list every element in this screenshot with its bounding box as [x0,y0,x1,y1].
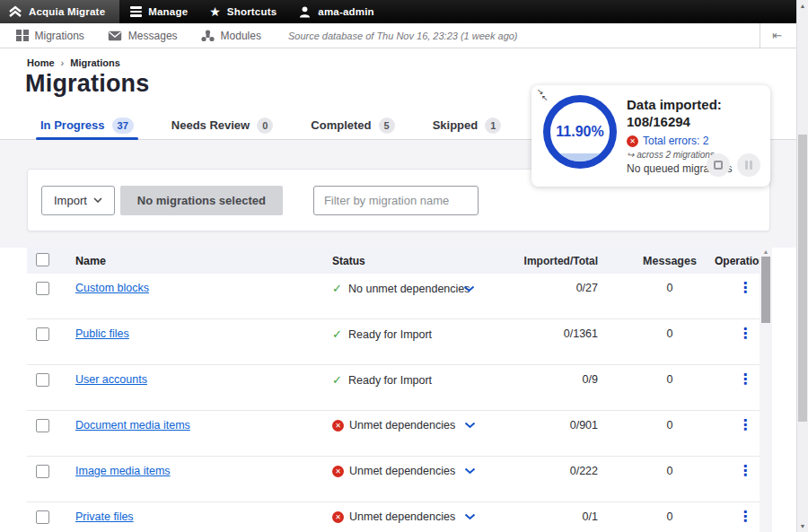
page-scrollbar-thumb[interactable] [798,135,807,422]
nav-messages-label: Messages [128,30,178,42]
tab-in-progress[interactable]: In Progress 37 [40,111,134,139]
arrow-nw-icon: ↖ [541,94,549,102]
user-menu[interactable]: ama-admin [287,0,385,23]
migration-link[interactable]: User accounts [75,373,147,386]
pause-import-button[interactable] [737,153,760,177]
tab-count-badge: 37 [112,118,134,134]
row-checkbox[interactable] [36,510,49,524]
select-all-checkbox[interactable] [36,253,49,266]
kebab-menu-icon[interactable]: ⋮ [738,465,752,477]
table-row: User accounts ✓ Ready for Import 0/9 0 ⋮ [27,365,761,411]
row-checkbox[interactable] [36,419,49,432]
column-header-operations: Operations [715,255,761,267]
manage-label: Manage [148,6,188,17]
tab-skipped[interactable]: Skipped 1 [433,111,502,139]
across-label: across 2 migrations [637,150,715,160]
toolbar-orientation-toggle[interactable]: ⇤ [760,23,796,48]
kebab-menu-icon[interactable]: ⋮ [738,419,752,432]
scroll-up-icon[interactable]: ▲ [760,249,772,255]
pause-icon [745,161,753,170]
hamburger-icon [130,6,142,17]
tab-completed[interactable]: Completed 5 [311,111,394,139]
imported-total: 0/901 [485,419,598,432]
table-scrollbar[interactable]: ▲ [760,248,772,532]
migration-link[interactable]: Image media items [75,465,171,477]
chevron-down-icon[interactable] [464,422,476,429]
tab-count-badge: 5 [379,118,395,134]
collapse-card-icon[interactable]: ↘ ↖ [536,87,552,103]
imported-total: 0/1 [485,510,598,523]
nav-modules-label: Modules [221,30,261,42]
page-scrollbar[interactable]: ▲ ▼ [796,0,808,532]
messages-count: 0 [598,510,715,523]
messages-count: 0 [598,419,715,432]
scroll-up-icon[interactable]: ▲ [797,3,808,9]
migration-link[interactable]: Public files [75,327,129,340]
manage-menu[interactable]: Manage [119,0,198,23]
import-dropdown-button[interactable]: Import [41,186,115,215]
migrations-table: Name Status Imported/Total Messages Oper… [27,248,761,532]
selection-label: No migrations selected [137,194,266,207]
total-errors-link[interactable]: ✕ Total errors: 2 [627,135,761,147]
admin-topbar: Acquia Migrate Manage ★ Shortcuts ama-ad… [0,0,796,23]
page-title: Migrations [25,70,150,98]
row-checkbox[interactable] [36,373,49,387]
row-checkbox[interactable] [36,465,49,478]
status-text: Unmet dependencies [349,419,459,432]
imported-total: 0/27 [485,282,598,294]
table-scrollbar-thumb[interactable] [761,257,770,323]
tab-label: Completed [311,118,371,132]
breadcrumb-separator: › [61,57,65,68]
total-errors-label: Total errors: 2 [643,135,708,147]
nav-migrations[interactable]: Migrations [16,30,84,42]
status-text: No unmet dependencies [348,283,458,295]
status-ok-icon: ✓ [332,327,343,341]
column-header-imported: Imported/Total [485,255,598,267]
table-row: Image media items ✕ Unmet dependencies 0… [27,457,761,502]
status-text: Ready for Import [348,374,458,387]
chevron-down-icon[interactable] [464,467,476,475]
row-checkbox[interactable] [36,327,49,341]
messages-count: 0 [598,282,715,294]
migration-link[interactable]: Private files [75,510,134,523]
shortcuts-label: Shortcuts [227,6,277,17]
kebab-menu-icon[interactable]: ⋮ [738,327,752,340]
kebab-menu-icon[interactable]: ⋮ [738,373,752,386]
import-progress-card: ↘ ↖ 11.90% Data imported: 108/16294 ✕ To… [531,85,770,187]
migration-link[interactable]: Document media items [75,419,190,432]
status-text: Unmet dependencies [349,465,459,477]
progress-fill [550,153,610,161]
chevron-down-icon[interactable] [463,285,475,292]
tab-label: Skipped [433,118,479,132]
no-migrations-selected-button: No migrations selected [120,186,283,215]
column-header-status: Status [332,255,485,267]
tab-needs-review[interactable]: Needs Review 0 [171,111,274,139]
migration-link[interactable]: Custom blocks [75,282,149,294]
breadcrumb-current: Migrations [70,57,120,68]
status-error-icon: ✕ [332,420,344,432]
nav-modules[interactable]: Modules [201,30,261,42]
status-ok-icon: ✓ [332,373,343,387]
status-error-icon: ✕ [332,466,344,477]
data-imported-count: 108/16294 [627,113,761,130]
scroll-down-icon[interactable]: ▼ [797,523,808,529]
imported-total: 0/1361 [485,327,598,340]
table-header-row: Name Status Imported/Total Messages Oper… [27,248,761,274]
stop-import-button[interactable] [707,153,730,177]
grid-icon [16,30,29,42]
filter-migration-input[interactable] [313,186,479,215]
breadcrumb-home-link[interactable]: Home [27,57,55,68]
data-imported-label: Data imported: [627,96,761,113]
chevron-down-icon[interactable] [464,513,476,520]
progress-percent: 11.90% [556,124,603,140]
kebab-menu-icon[interactable]: ⋮ [738,282,752,294]
tab-label: In Progress [40,118,105,132]
row-checkbox[interactable] [36,282,49,295]
column-header-name: Name [63,255,332,267]
across-arrow-icon: ↪ [627,150,634,160]
nav-messages[interactable]: Messages [108,30,178,42]
user-icon [298,5,312,19]
kebab-menu-icon[interactable]: ⋮ [738,510,752,523]
shortcuts-menu[interactable]: ★ Shortcuts [198,0,287,23]
acquia-migrate-home[interactable]: Acquia Migrate [0,0,119,23]
